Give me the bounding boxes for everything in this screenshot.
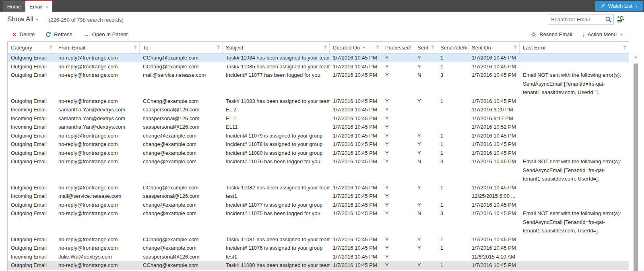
table-row[interactable]: Outgoing Emailno-reply@frontrange.commai…	[8, 71, 629, 97]
table-row[interactable]: Incoming EmailJulie.Wu@dextrys.comsaaspe…	[8, 253, 629, 261]
table-row[interactable]: Outgoing Emailno-reply@frontrange.comCCh…	[8, 261, 629, 270]
table-row[interactable]: Incoming Emailmail@service.netease.comsa…	[8, 192, 629, 201]
cell-from: no-reply@frontrange.com	[55, 53, 140, 62]
column-header-sent[interactable]: Sent	[414, 42, 437, 53]
table-row[interactable]: Incoming Emailsamantha.Yan@dextrys.comsa…	[8, 114, 629, 123]
cell-created_on: 1/7/2016 10:45 PM	[330, 97, 382, 106]
column-header-attempts[interactable]: Send Attem.	[437, 42, 469, 53]
close-icon[interactable]: ×	[45, 4, 49, 9]
toolbar-left: ✕ Delete Refresh → Open In Parent	[12, 27, 128, 41]
search-input[interactable]	[548, 16, 605, 23]
filter-icon[interactable]	[49, 45, 53, 49]
filter-icon[interactable]	[513, 45, 518, 49]
table-row[interactable]: Outgoing Emailno-reply@frontrange.comCCh…	[8, 97, 629, 106]
table-row[interactable]: Outgoing Emailno-reply@frontrange.comCCh…	[8, 235, 629, 244]
cell-processed: Y	[382, 183, 414, 192]
sort-desc-icon: ▼	[362, 46, 365, 49]
cell-from: no-reply@frontrange.com	[55, 131, 140, 140]
search-icon[interactable]	[605, 16, 613, 23]
cell-last_error	[520, 62, 629, 71]
cell-to: CChang@example.com	[140, 62, 223, 71]
cell-category: Outgoing Email	[8, 235, 55, 244]
cell-sent: Y	[414, 149, 437, 158]
cell-subject: test1	[223, 253, 330, 261]
resend-email-label: Resend Email	[539, 31, 572, 37]
cell-sent: Y	[414, 261, 437, 270]
table-row[interactable]: Incoming Emailsamantha.Yan@dextrys.comsa…	[8, 123, 629, 131]
column-header-category[interactable]: Category	[8, 42, 55, 53]
cell-last_error: Email NOT sent with the following error(…	[520, 157, 629, 183]
table-row[interactable]: Outgoing Emailno-reply@frontrange.comcha…	[8, 131, 629, 140]
cell-category: Outgoing Email	[8, 209, 55, 235]
filter-icon[interactable]	[376, 45, 380, 49]
toolbar: ✕ Delete Refresh → Open In Parent Resend…	[0, 27, 644, 41]
cell-created_on: 1/7/2016 10:45 PM	[330, 235, 382, 244]
column-label: Sent On	[472, 45, 491, 51]
tab-home[interactable]: Home	[3, 1, 25, 12]
column-header-from[interactable]: From Email	[55, 42, 140, 53]
column-header-subject[interactable]: Subject	[223, 42, 330, 53]
column-header-created_on[interactable]: Created On▼	[330, 42, 382, 53]
filter-icon[interactable]	[462, 45, 466, 49]
saved-search-icon[interactable]	[617, 16, 625, 24]
column-label: From Email	[58, 45, 85, 51]
table-row[interactable]: Outgoing Emailno-reply@frontrange.comCCh…	[8, 53, 629, 62]
filter-icon[interactable]	[408, 45, 412, 49]
pushpin-icon	[600, 3, 605, 8]
cell-sent_on: 1/7/2016 9:20 PM	[469, 105, 520, 114]
tab-email[interactable]: Email ×	[25, 0, 52, 12]
resend-email-button[interactable]: Resend Email	[531, 31, 572, 37]
cell-subject: Incident# 11079 is assigned to your grou…	[223, 131, 330, 140]
cell-to: saaspersonal@126.com	[140, 123, 223, 131]
table-row[interactable]: Incoming Emailsamantha.Yan@dextrys.comsa…	[8, 105, 629, 114]
tab-bar: Home Email × Watch List ▼	[0, 0, 644, 12]
show-filter-dropdown[interactable]: All ▼	[26, 15, 39, 23]
table-row[interactable]: Outgoing Emailno-reply@frontrange.comcha…	[8, 209, 629, 235]
filter-icon[interactable]	[133, 45, 138, 49]
watch-list-button[interactable]: Watch List ▼	[595, 1, 643, 11]
table-row[interactable]: Outgoing Emailno-reply@frontrange.comcha…	[8, 149, 629, 158]
cell-to: change@example.com	[140, 244, 223, 253]
open-in-parent-button[interactable]: → Open In Parent	[83, 31, 128, 37]
delete-x-icon: ✕	[12, 32, 17, 37]
action-menu-label: Action Menu	[588, 31, 617, 37]
cell-attempts: 1	[437, 261, 469, 270]
table-row[interactable]: Outgoing Emailno-reply@frontrange.comcha…	[8, 157, 629, 183]
filter-icon[interactable]	[323, 45, 328, 49]
cell-created_on: 1/7/2016 10:45 PM	[330, 114, 382, 123]
cell-last_error	[520, 114, 629, 123]
cell-last_error	[520, 123, 629, 131]
cell-processed: Y	[382, 140, 414, 149]
column-label: Created On	[333, 45, 360, 51]
delete-button[interactable]: ✕ Delete	[12, 31, 35, 37]
delete-label: Delete	[20, 31, 35, 37]
cell-created_on: 1/7/2016 10:45 PM	[330, 261, 382, 270]
column-header-sent_on[interactable]: Sent On	[469, 42, 520, 53]
cell-created_on: 1/7/2016 10:45 PM	[330, 71, 382, 97]
column-label: To	[143, 45, 149, 51]
action-menu-button[interactable]: ↓ Action Menu ▼	[582, 31, 623, 37]
vertical-scrollbar[interactable]: ▲	[632, 53, 639, 271]
cell-sent	[414, 114, 437, 123]
show-label: Show	[7, 15, 25, 23]
cell-processed: Y	[382, 62, 414, 71]
table-row[interactable]: Outgoing Emailno-reply@frontrange.comcha…	[8, 201, 629, 209]
column-header-last_error[interactable]: Last Error	[520, 42, 629, 53]
column-header-to[interactable]: To	[140, 42, 223, 53]
table-row[interactable]: Outgoing Emailno-reply@frontrange.comCCh…	[8, 62, 629, 71]
cell-to: mail@service.netease.com	[140, 71, 223, 97]
filter-icon[interactable]	[431, 45, 435, 49]
table-row[interactable]: Outgoing Emailno-reply@frontrange.comcha…	[8, 244, 629, 253]
scrollbar-thumb[interactable]	[634, 64, 638, 271]
table-row[interactable]: Outgoing Emailno-reply@frontrange.comCCh…	[8, 183, 629, 192]
cell-created_on: 1/7/2016 10:45 PM	[330, 244, 382, 253]
filter-icon[interactable]	[216, 45, 221, 49]
column-header-processed[interactable]: Processed	[382, 42, 414, 53]
refresh-button[interactable]: Refresh	[45, 31, 72, 37]
filter-icon[interactable]	[623, 45, 627, 49]
cell-category: Outgoing Email	[8, 97, 55, 106]
table-row[interactable]: Outgoing Emailno-reply@frontrange.comcha…	[8, 140, 629, 149]
cell-category: Outgoing Email	[8, 131, 55, 140]
scroll-up-icon[interactable]: ▲	[632, 53, 639, 60]
cell-sent_on: 1/7/2016 10:45 PM	[469, 131, 520, 140]
